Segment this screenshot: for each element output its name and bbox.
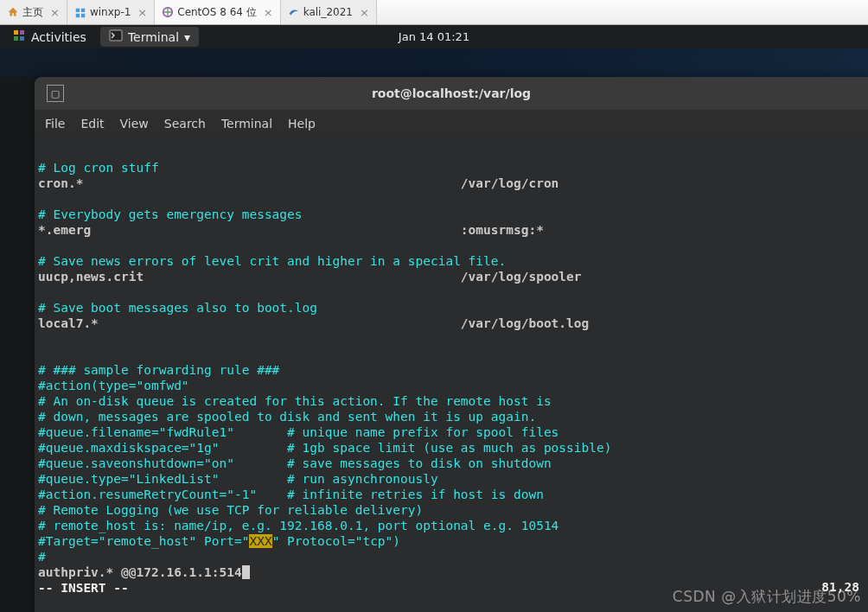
svg-rect-2 xyxy=(20,30,24,35)
menu-search[interactable]: Search xyxy=(164,117,206,131)
vm-tab-label: 主页 xyxy=(22,5,43,20)
vm-tab-bar: 主页 × winxp-1 × CentOS 8 64 位 × kali_2021… xyxy=(0,0,868,25)
centos-logo-icon xyxy=(12,29,26,45)
activities-button[interactable]: Activities xyxy=(7,27,92,47)
menu-file[interactable]: File xyxy=(45,117,65,131)
svg-rect-1 xyxy=(14,30,18,35)
close-icon[interactable]: × xyxy=(50,6,60,19)
vm-tab-label: kali_2021 xyxy=(303,6,353,18)
gnome-top-bar: Activities Terminal ▾ Jan 14 01:21 xyxy=(0,25,868,48)
centos-icon xyxy=(162,6,174,18)
vm-tab-winxp[interactable]: winxp-1 × xyxy=(67,0,155,24)
window-title: root@localhost:/var/log xyxy=(372,86,531,100)
clock[interactable]: Jan 14 01:21 xyxy=(399,30,469,43)
terminal-label: Terminal xyxy=(128,30,179,44)
menu-bar: File Edit View Search Terminal Help xyxy=(35,110,868,137)
menu-view[interactable]: View xyxy=(120,117,149,131)
kali-icon xyxy=(288,6,300,18)
terminal-body[interactable]: # Log cron stuff cron.* /var/log/cron # … xyxy=(35,137,868,612)
window-icon: ▢ xyxy=(47,85,64,102)
vm-tab-label: CentOS 8 64 位 xyxy=(177,5,256,20)
vm-tab-label: winxp-1 xyxy=(90,6,131,18)
activities-label: Activities xyxy=(31,30,86,44)
chevron-down-icon: ▾ xyxy=(184,30,190,44)
svg-rect-5 xyxy=(110,30,122,41)
close-icon[interactable]: × xyxy=(137,6,147,19)
terminal-window: ▢ root@localhost:/var/log File Edit View… xyxy=(35,77,868,612)
terminal-icon xyxy=(109,29,123,45)
home-icon xyxy=(7,6,19,18)
terminal-app-menu[interactable]: Terminal ▾ xyxy=(100,27,199,47)
windows-icon xyxy=(74,6,86,18)
svg-rect-3 xyxy=(14,36,18,41)
menu-edit[interactable]: Edit xyxy=(80,117,104,131)
menu-help[interactable]: Help xyxy=(288,117,316,131)
close-icon[interactable]: × xyxy=(360,6,369,19)
window-title-bar[interactable]: ▢ root@localhost:/var/log xyxy=(35,77,868,110)
vm-tab-home[interactable]: 主页 × xyxy=(0,0,67,24)
svg-rect-4 xyxy=(20,36,24,41)
vm-tab-centos[interactable]: CentOS 8 64 位 × xyxy=(155,0,280,24)
desktop-strip xyxy=(0,48,868,77)
menu-terminal[interactable]: Terminal xyxy=(221,117,272,131)
close-icon[interactable]: × xyxy=(264,6,273,19)
vm-tab-kali[interactable]: kali_2021 × xyxy=(281,0,377,24)
